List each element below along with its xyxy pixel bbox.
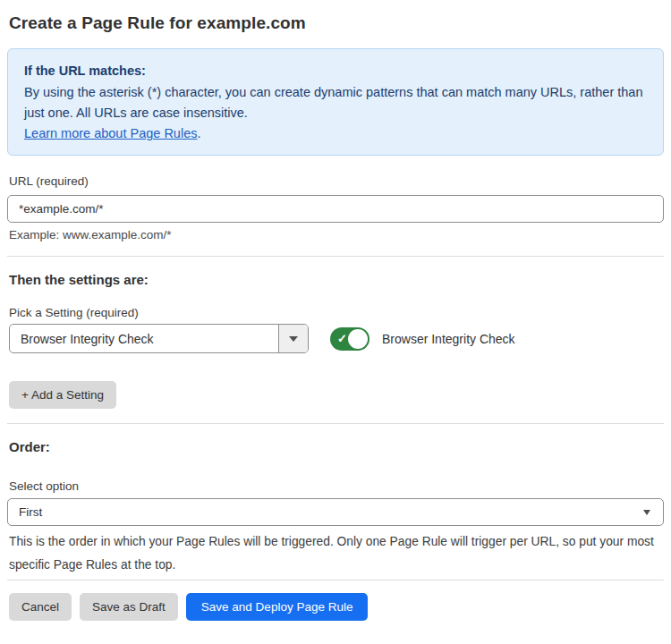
toggle-label: Browser Integrity Check xyxy=(382,332,515,346)
divider-url-settings xyxy=(7,256,664,257)
order-heading: Order: xyxy=(9,439,662,454)
page-title: Create a Page Rule for example.com xyxy=(9,13,662,33)
divider-settings-order xyxy=(7,423,664,424)
add-setting-button[interactable]: + Add a Setting xyxy=(9,381,116,409)
order-select-label: Select option xyxy=(9,479,662,493)
learn-more-link[interactable]: Learn more about Page Rules xyxy=(24,126,197,140)
link-period: . xyxy=(197,126,200,140)
check-icon: ✓ xyxy=(337,332,347,346)
url-label: URL (required) xyxy=(9,174,662,188)
info-box-heading: If the URL matches: xyxy=(24,61,647,81)
url-example-hint: Example: www.example.com/* xyxy=(9,228,662,242)
info-box-body: By using the asterisk (*) character, you… xyxy=(24,82,647,123)
setting-select[interactable]: Browser Integrity Check xyxy=(9,324,309,353)
browser-integrity-toggle[interactable]: ✓ xyxy=(330,327,369,351)
chevron-down-icon xyxy=(643,510,650,515)
info-box-link-line: Learn more about Page Rules. xyxy=(24,123,647,144)
pick-setting-label: Pick a Setting (required) xyxy=(9,306,662,319)
toggle-knob xyxy=(348,329,368,349)
url-match-info-box: If the URL matches: By using the asteris… xyxy=(7,48,664,156)
order-select[interactable]: First xyxy=(7,498,664,526)
settings-heading: Then the settings are: xyxy=(9,272,662,287)
page-rule-form: Create a Page Rule for example.com If th… xyxy=(0,13,671,621)
save-and-deploy-button[interactable]: Save and Deploy Page Rule xyxy=(186,593,369,621)
url-input[interactable] xyxy=(7,195,664,223)
setting-select-arrow-button[interactable] xyxy=(278,325,308,352)
chevron-down-icon xyxy=(289,336,298,342)
save-as-draft-button[interactable]: Save as Draft xyxy=(80,593,178,621)
cancel-button[interactable]: Cancel xyxy=(9,593,72,621)
divider-order-footer xyxy=(7,580,664,580)
setting-row: Browser Integrity Check ✓ Browser Integr… xyxy=(7,324,664,353)
order-select-value: First xyxy=(19,505,42,519)
order-help-text: This is the order in which your Page Rul… xyxy=(9,530,662,577)
footer-actions: Cancel Save as Draft Save and Deploy Pag… xyxy=(9,593,664,621)
setting-select-value: Browser Integrity Check xyxy=(10,325,278,352)
